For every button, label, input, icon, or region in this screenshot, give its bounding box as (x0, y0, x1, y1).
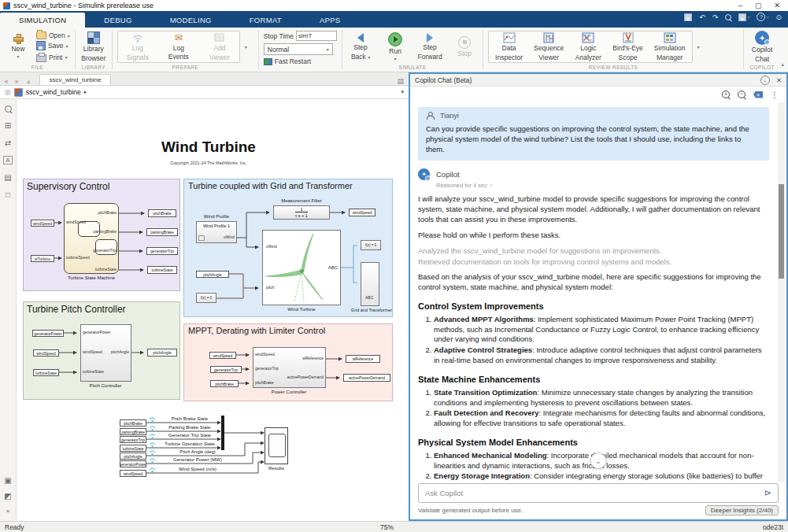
breadcrumb-dropdown-icon[interactable]: ▾ (401, 89, 404, 95)
goto-tag[interactable]: pitchBrake (148, 209, 176, 217)
maximize-button[interactable]: ▢ (755, 2, 762, 9)
close-button[interactable]: ✕ (774, 2, 780, 9)
tab-modeling[interactable]: MODELING (151, 13, 231, 28)
goto-tag[interactable]: turbineState (147, 266, 177, 274)
scroll-to-bottom-button[interactable]: ⌄ (590, 453, 607, 469)
block-results-scope[interactable] (265, 427, 288, 464)
reasoned-toggle[interactable]: Reasoned for 4 sec › (436, 182, 769, 189)
save-button[interactable]: Save▾ (36, 41, 70, 50)
tab-simulation[interactable]: SIMULATION (0, 13, 85, 28)
goto-tag[interactable]: pitchAngle (147, 349, 177, 357)
stop-button[interactable]: Stop (451, 36, 478, 57)
block-measurement-filter[interactable]: 1τ.s + 1 (273, 205, 330, 220)
block-solver[interactable]: f(x) = 0 (196, 293, 216, 303)
from-tag[interactable]: windSpeed (209, 352, 236, 359)
tab-format[interactable]: FORMAT (231, 13, 301, 28)
from-tag[interactable]: generatorPower (120, 460, 146, 467)
from-tag[interactable]: wTurbine (31, 255, 54, 262)
goto-tag[interactable]: windSpeed (349, 209, 376, 216)
library-browser-button[interactable]: Library Browser (80, 31, 107, 62)
from-tag[interactable]: generatorTrip (210, 366, 242, 373)
chat-message-list[interactable]: Tianyi Can you provide specific suggesti… (410, 102, 786, 482)
fast-restart-toggle[interactable]: Fast Restart (264, 57, 337, 65)
model-canvas[interactable]: Supervisory Control Turbine coupled with… (17, 99, 409, 521)
palette-more-icon[interactable]: » (6, 508, 9, 515)
mux-block[interactable] (221, 416, 224, 450)
zoom-tool-icon[interactable] (5, 105, 12, 113)
block-wind-profile[interactable]: Wind Profile 1 vWind (196, 221, 237, 243)
from-tag[interactable]: generatorPower (32, 330, 64, 337)
area-box-icon[interactable]: □ (6, 190, 10, 199)
open-button[interactable]: Open▾ (36, 31, 70, 39)
clear-chat-icon[interactable]: ✕ (753, 91, 763, 98)
breadcrumb-home-icon[interactable]: ◎ (5, 88, 11, 96)
desktop-layout-icon[interactable]: ▾ (738, 13, 749, 21)
goto-tag[interactable]: wReference (346, 355, 380, 363)
simulation-manager-button[interactable]: SimulationManager (654, 32, 686, 61)
status-solver[interactable]: ode23t (763, 523, 783, 531)
font-zoom-in-icon[interactable]: + (722, 91, 730, 98)
goto-tag[interactable]: parkingBrake (146, 228, 178, 236)
chat-overflow-icon[interactable]: ⋮ (771, 91, 779, 99)
redo-icon[interactable]: ↷ (712, 13, 719, 21)
log-events-button[interactable]: ✉ LogEvents (165, 33, 192, 61)
panel-close-icon[interactable]: ✕ (776, 76, 782, 84)
chat-scrollbar-thumb[interactable] (779, 184, 784, 279)
review-gallery-dropdown[interactable]: ▾ (697, 44, 700, 50)
birds-eye-scope-button[interactable]: Bird's-EyeScope (612, 32, 642, 61)
tab-debug[interactable]: DEBUG (85, 13, 150, 28)
block-grid-transformer[interactable]: ABC (361, 262, 379, 306)
state-node[interactable] (95, 239, 117, 255)
from-tag[interactable]: pitchBrake (210, 380, 239, 387)
search-icon[interactable] (725, 14, 731, 20)
send-icon[interactable]: ⊳ (764, 488, 771, 498)
ask-copilot-input[interactable]: Ask Copilot ⊳ (418, 483, 779, 503)
simulation-mode-select[interactable]: Normal▾ (264, 43, 333, 55)
nav-back-icon[interactable]: ◂ (0, 77, 12, 85)
nav-up-icon[interactable]: ▴ (23, 77, 35, 85)
from-tag[interactable]: windSpeed (31, 220, 54, 227)
help-icon[interactable]: ?▾ (757, 13, 768, 21)
minimize-button[interactable]: – (738, 2, 742, 9)
from-tag[interactable]: pitchAngle (196, 271, 229, 278)
from-tag[interactable]: turbineState (33, 369, 59, 376)
collapse-ribbon-icon[interactable]: ▴ (781, 61, 784, 68)
tab-menu-icon[interactable]: ▤ (397, 77, 404, 85)
model-advisor-icon[interactable]: ◩ (4, 492, 11, 501)
undo-icon[interactable]: ↶ (699, 13, 705, 21)
logic-analyzer-button[interactable]: LogicAnalyzer (575, 32, 601, 61)
from-tag[interactable]: windSpeed (120, 470, 146, 477)
block-wind-turbine[interactable]: vWind pitch ABC (262, 230, 341, 305)
save-icon[interactable] (684, 13, 692, 21)
goto-tag[interactable]: activePowerDemand (343, 374, 390, 382)
from-tag[interactable]: pitchAngle (120, 453, 146, 460)
model-tab[interactable]: sscv_wind_turbine (39, 74, 112, 85)
prepare-gallery-dropdown[interactable]: ▾ (245, 44, 247, 50)
print-button[interactable]: Print▾ (36, 52, 70, 62)
deeper-insights-button[interactable]: Deeper Insights (2/40) (705, 505, 779, 515)
run-button[interactable]: Run ▾ (382, 32, 409, 62)
log-signals-button[interactable]: LogSignals (124, 32, 151, 61)
fit-to-view-icon[interactable]: ⊞ (5, 121, 11, 130)
sequence-viewer-button[interactable]: SequenceViewer (534, 32, 564, 61)
stop-time-input[interactable] (296, 31, 337, 41)
screenshot-icon[interactable]: ▣ (4, 476, 11, 485)
font-zoom-out-icon[interactable]: − (738, 91, 745, 98)
from-tag[interactable]: windSpeed (33, 349, 59, 357)
goto-tag[interactable]: generatorTrip (146, 247, 178, 255)
tab-apps[interactable]: APPS (301, 13, 360, 28)
step-forward-button[interactable]: Step Forward (416, 33, 443, 61)
new-button[interactable]: New ▾ (5, 34, 31, 60)
step-back-button[interactable]: Step Back ▾ (347, 33, 374, 61)
block-solver[interactable]: f(x) = 0 (361, 240, 381, 250)
annotation-icon[interactable]: A (3, 156, 12, 164)
breadcrumb-model-name[interactable]: sscv_wind_turbine (26, 88, 81, 96)
data-inspector-button[interactable]: DataInspector (495, 32, 523, 61)
nav-forward-icon[interactable]: ▸ (12, 77, 24, 85)
signal-routing-icon[interactable]: ⇄ (5, 139, 11, 147)
panel-menu-icon[interactable]: ⌄ (760, 76, 770, 85)
chat-scrollbar[interactable] (778, 102, 785, 482)
copilot-chat-button[interactable]: ✦ Copilot Chat (749, 31, 775, 63)
add-viewer-button[interactable]: AddViewer (206, 32, 233, 61)
account-icon[interactable]: ⊙ (775, 13, 782, 21)
